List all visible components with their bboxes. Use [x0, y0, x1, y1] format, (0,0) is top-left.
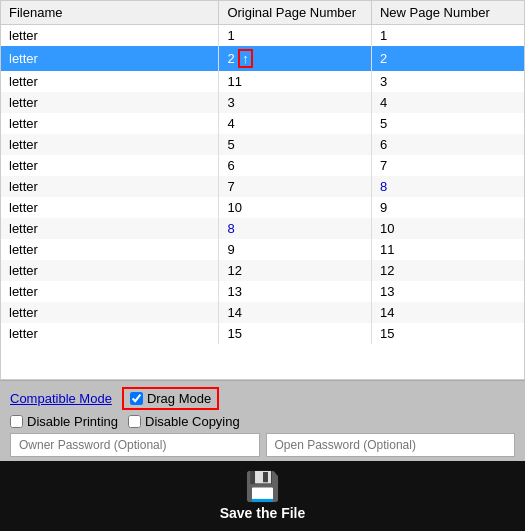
save-icon: 💾 — [245, 473, 280, 501]
table-row[interactable]: letter109 — [1, 197, 524, 218]
horizontal-scrollbar[interactable]: ◀ ▶ — [1, 379, 524, 380]
cell-filename: letter — [1, 92, 219, 113]
cell-original: 9 — [219, 239, 372, 260]
col-header-filename: Filename — [1, 1, 219, 25]
cell-new: 2 — [371, 46, 524, 71]
table-scroll[interactable]: Filename Original Page Number New Page N… — [1, 1, 524, 379]
col-header-original: Original Page Number — [219, 1, 372, 25]
cell-filename: letter — [1, 218, 219, 239]
cell-new: 15 — [371, 323, 524, 344]
table-row[interactable]: letter911 — [1, 239, 524, 260]
drag-mode-label[interactable]: Drag Mode — [147, 391, 211, 406]
cell-filename: letter — [1, 302, 219, 323]
cell-filename: letter — [1, 71, 219, 92]
col-header-new: New Page Number — [371, 1, 524, 25]
drag-mode-box: Drag Mode — [122, 387, 219, 410]
cell-new: 12 — [371, 260, 524, 281]
cell-original: 4 — [219, 113, 372, 134]
cell-original: 11 — [219, 71, 372, 92]
owner-password-input[interactable] — [10, 433, 260, 457]
cell-new: 1 — [371, 25, 524, 47]
cell-filename: letter — [1, 260, 219, 281]
drag-mode-checkbox[interactable] — [130, 392, 143, 405]
cell-new: 8 — [371, 176, 524, 197]
cell-original: 12 — [219, 260, 372, 281]
cell-new: 7 — [371, 155, 524, 176]
cell-new: 10 — [371, 218, 524, 239]
cell-filename: letter — [1, 197, 219, 218]
cell-filename: letter — [1, 113, 219, 134]
cell-new: 3 — [371, 71, 524, 92]
table-row[interactable]: letter11 — [1, 25, 524, 47]
cell-original: 1 — [219, 25, 372, 47]
drag-handle[interactable]: ↑ — [238, 49, 253, 68]
cell-filename: letter — [1, 155, 219, 176]
cell-original: 13 — [219, 281, 372, 302]
cell-filename: letter — [1, 25, 219, 47]
open-password-input[interactable] — [266, 433, 516, 457]
cell-original: 10 — [219, 197, 372, 218]
cell-filename: letter — [1, 134, 219, 155]
table-row[interactable]: letter34 — [1, 92, 524, 113]
table-row[interactable]: letter45 — [1, 113, 524, 134]
disable-copying-checkbox[interactable] — [128, 415, 141, 428]
cell-original: 3 — [219, 92, 372, 113]
save-area[interactable]: 💾 Save the File — [0, 461, 525, 531]
table-row[interactable]: letter1515 — [1, 323, 524, 344]
cell-original: 15 — [219, 323, 372, 344]
save-label: Save the File — [220, 505, 306, 521]
cell-new: 14 — [371, 302, 524, 323]
options-area: Compatible Mode Drag Mode Disable Printi… — [0, 380, 525, 461]
cell-original: 7 — [219, 176, 372, 197]
cell-original: 2 ↑ — [219, 46, 372, 71]
options-row-1: Compatible Mode Drag Mode — [10, 387, 515, 410]
table-row[interactable]: letter67 — [1, 155, 524, 176]
table-row[interactable]: letter2 ↑2 — [1, 46, 524, 71]
cell-original: 14 — [219, 302, 372, 323]
cell-new: 13 — [371, 281, 524, 302]
table-row[interactable]: letter78 — [1, 176, 524, 197]
password-row — [10, 433, 515, 457]
cell-filename: letter — [1, 323, 219, 344]
main-container: Filename Original Page Number New Page N… — [0, 0, 525, 531]
table-row[interactable]: letter1313 — [1, 281, 524, 302]
cell-new: 11 — [371, 239, 524, 260]
disable-printing-checkbox[interactable] — [10, 415, 23, 428]
disable-printing-label[interactable]: Disable Printing — [10, 414, 118, 429]
cell-new: 9 — [371, 197, 524, 218]
cell-original: 5 — [219, 134, 372, 155]
cell-filename: letter — [1, 281, 219, 302]
table-row[interactable]: letter113 — [1, 71, 524, 92]
cell-filename: letter — [1, 239, 219, 260]
table-wrapper: Filename Original Page Number New Page N… — [0, 0, 525, 380]
cell-filename: letter — [1, 46, 219, 71]
cell-new: 4 — [371, 92, 524, 113]
compatible-mode-link[interactable]: Compatible Mode — [10, 391, 112, 406]
cell-new: 6 — [371, 134, 524, 155]
cell-original: 6 — [219, 155, 372, 176]
page-table: Filename Original Page Number New Page N… — [1, 1, 524, 344]
table-row[interactable]: letter810 — [1, 218, 524, 239]
cell-filename: letter — [1, 176, 219, 197]
options-row-2: Disable Printing Disable Copying — [10, 414, 515, 429]
disable-copying-label[interactable]: Disable Copying — [128, 414, 240, 429]
table-row[interactable]: letter1212 — [1, 260, 524, 281]
cell-original: 8 — [219, 218, 372, 239]
table-row[interactable]: letter1414 — [1, 302, 524, 323]
cell-new: 5 — [371, 113, 524, 134]
table-row[interactable]: letter56 — [1, 134, 524, 155]
